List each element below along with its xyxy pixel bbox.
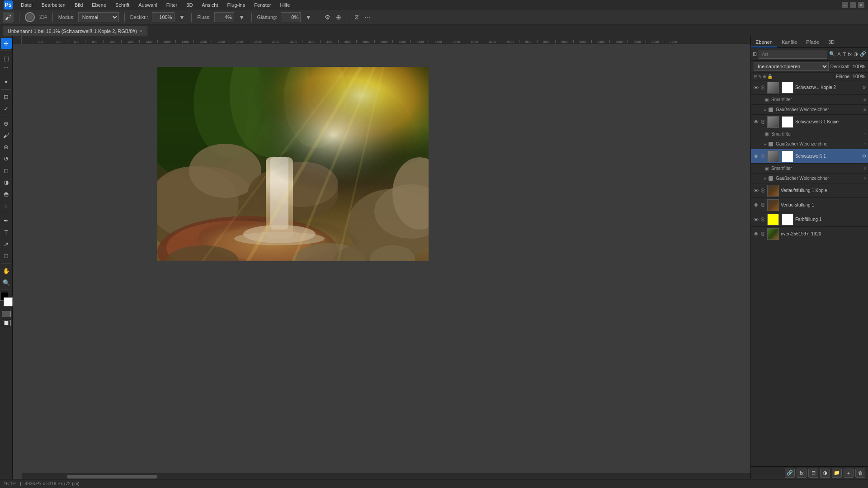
menu-ebene[interactable]: Ebene bbox=[88, 1, 110, 9]
layer-style-btn[interactable]: fx bbox=[797, 469, 807, 478]
blur-tool[interactable]: ◓ bbox=[1, 188, 12, 199]
layer-settings-icon[interactable]: ⚙ bbox=[862, 85, 866, 90]
menu-ansicht[interactable]: Ansicht bbox=[198, 1, 222, 9]
clone-tool[interactable]: ⊛ bbox=[1, 141, 12, 152]
layer-item-schwarzweiss-1-kopie[interactable]: 👁 ⛓ Schwarzweiß 1 Kopie bbox=[751, 115, 868, 129]
settings-icon[interactable]: ⚙ bbox=[324, 13, 331, 22]
layer-eye-verlauf-kopie[interactable]: 👁 bbox=[753, 188, 759, 193]
gauss-menu-2[interactable]: ≡ bbox=[863, 141, 866, 146]
lock-pos-icon[interactable]: ✎ bbox=[758, 74, 762, 79]
canvas-area[interactable]: 200 400 600 800 1000 1200 1400 1600 1800… bbox=[13, 36, 750, 479]
layer-sub-smartfilter-2[interactable]: ▣ Smartfilter ≡ bbox=[751, 129, 868, 139]
fill-value[interactable]: 100% bbox=[853, 74, 865, 79]
layer-item-schwarzweiss-kopie2[interactable]: 👁 ⛓ Schwarzw... Kopie 2 ⚙ bbox=[751, 80, 868, 95]
layer-eye-schwarzweiss-1[interactable]: 👁 bbox=[753, 154, 759, 159]
decker-icon[interactable]: ▼ bbox=[178, 13, 186, 22]
delete-layer-btn[interactable]: 🗑 bbox=[855, 469, 865, 478]
menu-bearbeiten[interactable]: Bearbeiten bbox=[38, 1, 69, 9]
screen-mode-btn[interactable]: ⬜ bbox=[2, 320, 11, 326]
fluss-input[interactable] bbox=[214, 12, 234, 22]
layer-sub-gauss-3[interactable]: ▸ Gaußscher Weichzeichner ≡ bbox=[751, 174, 868, 183]
selection-tool[interactable]: ⬚ bbox=[1, 53, 12, 64]
close-button[interactable]: × bbox=[858, 2, 864, 8]
mode-select[interactable]: Normal bbox=[78, 12, 119, 22]
tab-close-icon[interactable]: × bbox=[140, 28, 142, 33]
minimize-button[interactable]: ─ bbox=[842, 2, 848, 8]
layer-item-farbfuellung[interactable]: 👁 ⛓ Farbfüllung 1 bbox=[751, 212, 868, 227]
new-layer-btn[interactable]: + bbox=[844, 469, 854, 478]
horizontal-scrollbar[interactable] bbox=[22, 474, 750, 479]
layer-sub-smartfilter-1[interactable]: ▣ Smartfilter ≡ bbox=[751, 95, 868, 105]
brush-preview[interactable] bbox=[25, 12, 35, 22]
tab-pfade[interactable]: Pfade bbox=[802, 38, 824, 47]
hand-tool[interactable]: ✋ bbox=[1, 265, 12, 276]
layer-search-input[interactable] bbox=[759, 50, 827, 59]
background-swatch[interactable] bbox=[4, 297, 13, 306]
blend-mode-select[interactable]: Ineinanderkopieren bbox=[754, 62, 829, 71]
zoom-tool[interactable]: 🔍 bbox=[1, 277, 12, 288]
eyedropper-tool[interactable]: ✓ bbox=[1, 103, 12, 114]
tab-3d[interactable]: 3D bbox=[824, 38, 839, 47]
menu-bild[interactable]: Bild bbox=[71, 1, 86, 9]
gauss-menu-3[interactable]: ≡ bbox=[863, 176, 866, 181]
layer-eye-schwarzweiss-1-kopie[interactable]: 👁 bbox=[753, 119, 759, 125]
decker-input[interactable] bbox=[152, 12, 175, 22]
panel-text-icon[interactable]: T bbox=[843, 50, 846, 59]
history-tool[interactable]: ↺ bbox=[1, 153, 12, 164]
text-tool[interactable]: T bbox=[1, 227, 12, 238]
move-tool[interactable]: ✛ bbox=[1, 38, 12, 49]
panel-fx-icon[interactable]: fx bbox=[848, 50, 852, 59]
filter-menu-icon-1[interactable]: ≡ bbox=[863, 97, 866, 102]
quick-select-tool[interactable]: ✦ bbox=[1, 76, 12, 87]
layer-eye-verlauf-1[interactable]: 👁 bbox=[753, 202, 759, 208]
lock-all-icon[interactable]: 🔒 bbox=[767, 74, 773, 79]
layer-eye-river[interactable]: 👁 bbox=[753, 231, 759, 237]
path-select-tool[interactable]: ↗ bbox=[1, 239, 12, 249]
symmetry-icon[interactable]: ⧖ bbox=[354, 12, 360, 22]
adjustment-layer-btn[interactable]: ◑ bbox=[820, 469, 830, 478]
tab-kanaele[interactable]: Kanäle bbox=[777, 38, 802, 47]
spot-heal-tool[interactable]: ⊕ bbox=[1, 118, 12, 129]
layer-item-verlauf-kopie[interactable]: 👁 ⛓ Verlaufsfüllung 1 Kopie bbox=[751, 183, 868, 198]
crop-tool[interactable]: ⊡ bbox=[1, 91, 12, 102]
lock-pixel-icon[interactable]: ⊟ bbox=[754, 74, 757, 79]
layer-eye-schwarzweiss-kopie2[interactable]: 👁 bbox=[753, 85, 759, 90]
lock-art-icon[interactable]: ⊕ bbox=[763, 74, 766, 79]
quickmask-btn[interactable] bbox=[2, 311, 11, 317]
extra-icon[interactable]: ⋯ bbox=[363, 13, 372, 22]
layer-selected-icon[interactable]: ⚙ bbox=[862, 154, 866, 159]
layer-sub-gauss-1[interactable]: ▸ Gaußscher Weichzeichner ≡ bbox=[751, 105, 868, 115]
scrollbar-thumb-h[interactable] bbox=[67, 475, 157, 479]
canvas-content[interactable] bbox=[22, 44, 750, 470]
panel-adj-icon[interactable]: ◑ bbox=[854, 50, 858, 59]
menu-auswahl[interactable]: Auswahl bbox=[135, 1, 161, 9]
panel-search-icon[interactable]: 🔍 bbox=[829, 50, 835, 59]
gradient-tool[interactable]: ◑ bbox=[1, 177, 12, 188]
layer-item-river[interactable]: 👁 ⛓ river-2561997_1920 bbox=[751, 227, 868, 241]
tab-ebenen[interactable]: Ebenen bbox=[751, 38, 777, 47]
glaettung-input[interactable] bbox=[281, 12, 301, 22]
fluss-icon[interactable]: ▼ bbox=[238, 13, 246, 22]
layer-item-schwarzweiss-1[interactable]: 👁 ⛓ Schwarzweiß 1 ⚙ bbox=[751, 149, 868, 164]
menu-plugins[interactable]: Plug-ins bbox=[223, 1, 249, 9]
color-swatches[interactable] bbox=[0, 292, 13, 306]
layer-sub-smartfilter-3[interactable]: ▣ Smartfilter ≡ bbox=[751, 164, 868, 174]
glaettung-icon[interactable]: ▼ bbox=[304, 13, 312, 22]
new-group-btn[interactable]: 📁 bbox=[832, 469, 842, 478]
brush-tool[interactable]: 🖌 bbox=[1, 130, 12, 141]
filter-menu-icon-3[interactable]: ≡ bbox=[863, 166, 866, 171]
menu-fenster[interactable]: Fenster bbox=[250, 1, 274, 9]
opacity-value[interactable]: 100% bbox=[853, 64, 865, 69]
menu-schrift[interactable]: Schrift bbox=[112, 1, 133, 9]
filter-menu-icon-2[interactable]: ≡ bbox=[863, 131, 866, 136]
lasso-tool[interactable]: ⌒ bbox=[1, 65, 12, 75]
pen-tool[interactable]: ✒ bbox=[1, 215, 12, 226]
panel-link-icon[interactable]: 🔗 bbox=[860, 50, 866, 59]
link-layers-btn[interactable]: 🔗 bbox=[785, 469, 795, 478]
menu-hilfe[interactable]: Hilfe bbox=[276, 1, 293, 9]
layer-mask-btn[interactable]: ⊟ bbox=[808, 469, 818, 478]
angle-icon[interactable]: ⊕ bbox=[335, 13, 342, 22]
layer-item-verlauf-1[interactable]: 👁 ⛓ Verlaufsfüllung 1 bbox=[751, 198, 868, 212]
maximize-button[interactable]: □ bbox=[850, 2, 856, 8]
document-tab[interactable]: Unbenannt-1 bei 16,1% (Schwarzweiß 1 Kop… bbox=[3, 26, 147, 36]
